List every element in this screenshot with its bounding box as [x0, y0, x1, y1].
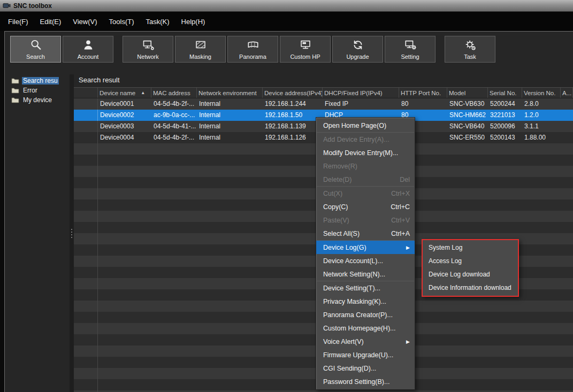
context-menu-item-privacy-masking-k[interactable]: Privacy Masking(K)...	[316, 295, 415, 308]
toolbar-button-custom-hp[interactable]: Custom HP	[280, 36, 331, 63]
cell	[74, 301, 98, 312]
cell: ac-9b-0a-cc-...	[151, 110, 197, 121]
column-header-http-port-no[interactable]: HTTP Port No.	[399, 88, 447, 98]
cell: 192.168.1.139	[263, 121, 323, 132]
cell: Fixed IP	[323, 98, 399, 110]
submenu-item-device-log-download[interactable]: Device Log download	[423, 268, 518, 281]
search-icon	[29, 39, 42, 51]
window-title: SNC toolbox	[13, 2, 52, 10]
menubar-item-file-f[interactable]: File(F)	[2, 16, 34, 27]
cell	[74, 233, 98, 244]
context-menu-item-label: Add Device Entry(A)...	[323, 136, 389, 143]
column-header-model[interactable]: Model	[447, 88, 488, 98]
context-menu-item-label: Device Setting(T)...	[323, 285, 380, 292]
cell: Device0004	[98, 132, 151, 143]
context-menu-item-device-setting-t[interactable]: Device Setting(T)...	[316, 281, 415, 295]
column-header-mac-address[interactable]: MAC address	[151, 88, 197, 98]
context-menu-item-cgi-sending-d[interactable]: CGI Sending(D)...	[316, 362, 415, 375]
custom-hp-icon	[299, 39, 312, 51]
context-menu-item-label: Delete(D)	[323, 176, 352, 183]
context-menu-item-password-setting-b[interactable]: Password Setting(B)...	[316, 375, 415, 388]
cell: Device0003	[98, 121, 151, 132]
column-header-row-selector[interactable]	[74, 88, 98, 98]
toolbar-button-task[interactable]: Task	[445, 36, 495, 63]
context-menu-shortcut: Ctrl+X	[391, 190, 410, 197]
context-menu-item-network-setting-n[interactable]: Network Setting(N)...	[316, 267, 415, 281]
menubar-item-tools-t[interactable]: Tools(T)	[103, 16, 140, 27]
sidebar-splitter[interactable]	[70, 74, 74, 392]
cell	[74, 121, 98, 132]
menu-bar: File(F)Edit(E)View(V)Tools(T)Task(K)Help…	[0, 12, 573, 31]
cell: 1.2.0	[522, 110, 561, 121]
toolbar-button-label: Network	[137, 54, 158, 60]
column-header-device-name[interactable]: Device name▲	[98, 88, 151, 98]
context-menu-item-panorama-creator-p[interactable]: Panorama Creator(P)...	[316, 308, 415, 321]
context-menu-shortcut: Ctrl+V	[391, 217, 410, 224]
app-icon[interactable]	[3, 2, 11, 10]
toolbar-button-masking[interactable]: Masking	[175, 36, 226, 63]
sidebar-item-error[interactable]: Error	[5, 86, 70, 95]
context-menu-item-firmware-upgrade-u[interactable]: Firmware Upgrade(U)...	[316, 348, 415, 362]
cell	[74, 345, 98, 357]
toolbar-button-upgrade[interactable]: Upgrade	[332, 36, 383, 63]
table-row[interactable]: Device000104-5d-4b-2f-...Internal192.168…	[74, 98, 573, 110]
context-menu-item-voice-alert-v[interactable]: Voice Alert(V)▶	[316, 335, 415, 348]
context-menu-item-custom-homepage-h[interactable]: Custom Homepage(H)...	[316, 321, 415, 335]
sidebar-tree: Search resuErrorMy device	[5, 74, 70, 392]
column-header-label: HTTP Port No.	[401, 90, 441, 96]
column-header-label: Device address(IPv4)	[264, 90, 323, 96]
cell: SNC-VB630	[447, 98, 488, 110]
cell	[74, 278, 98, 289]
context-menu-item-label: Remove(R)	[323, 163, 357, 170]
menubar-item-task-k[interactable]: Task(K)	[140, 16, 175, 27]
toolbar-button-label: Panorama	[239, 54, 266, 60]
column-header-a[interactable]: A...	[561, 88, 573, 98]
cell: 3221013	[488, 110, 522, 121]
context-menu-item-device-account-l[interactable]: Device Account(L)...	[316, 254, 415, 267]
context-menu-item-open-home-page-o[interactable]: Open Home Page(O)	[316, 119, 415, 132]
toolbar-button-account[interactable]: Account	[63, 36, 113, 63]
toolbar-button-network[interactable]: Network	[123, 36, 173, 63]
menubar-item-help-h[interactable]: Help(H)	[175, 16, 211, 27]
submenu-item-access-log[interactable]: Access Log	[423, 255, 518, 268]
context-menu-item-select-all-s[interactable]: Select All(S)Ctrl+A	[316, 227, 415, 240]
cell	[74, 177, 98, 188]
submenu-arrow-icon: ▶	[406, 245, 410, 250]
context-menu-item-modify-device-entry-m[interactable]: Modify Device Entry(M)...	[316, 146, 415, 159]
cell	[74, 155, 98, 166]
sidebar-item-my-device[interactable]: My device	[5, 95, 70, 105]
cell	[561, 110, 573, 121]
column-header-label: Serial No.	[490, 90, 517, 96]
toolbar-button-panorama[interactable]: Panorama	[227, 36, 278, 63]
column-header-device-address-ipv4[interactable]: Device address(IPv4)	[263, 88, 323, 98]
column-header-dhcp-fixed-ip-ipv4[interactable]: DHCP/Fixed IP(IPv4)	[323, 88, 399, 98]
submenu-item-device-information-download[interactable]: Device Information download	[423, 281, 518, 295]
toolbar-button-label: Custom HP	[290, 54, 320, 60]
task-icon	[464, 39, 477, 51]
toolbar-button-setting[interactable]: Setting	[385, 36, 436, 63]
cell: Device0001	[98, 98, 151, 110]
context-menu-shortcut: Del	[400, 176, 410, 183]
column-header-label: Model	[449, 90, 465, 96]
submenu-item-system-log[interactable]: System Log	[423, 241, 518, 255]
toolbar-button-search[interactable]: Search	[10, 36, 61, 63]
context-menu-item-label: Password Setting(B)...	[323, 378, 389, 386]
column-header-serial-no[interactable]: Serial No.	[488, 88, 522, 98]
sidebar-item-label: My device	[22, 96, 53, 104]
folder-icon	[11, 78, 19, 84]
context-menu-item-copy-c[interactable]: Copy(C)Ctrl+C	[316, 200, 415, 213]
cell	[74, 143, 98, 155]
cell: SNC-HM662	[447, 110, 488, 121]
sidebar-item-search-resu[interactable]: Search resu	[5, 76, 70, 86]
cell	[74, 379, 98, 390]
column-header-network-environment[interactable]: Network environment	[197, 88, 263, 98]
cell	[561, 132, 573, 143]
cell: 2.8.0	[522, 98, 561, 110]
menubar-item-view-v[interactable]: View(V)	[67, 16, 103, 27]
menubar-item-edit-e[interactable]: Edit(E)	[34, 16, 67, 27]
app-window: SNC toolbox File(F)Edit(E)View(V)Tools(T…	[0, 0, 573, 392]
context-menu-item-device-log-g[interactable]: Device Log(G)▶	[316, 241, 415, 254]
column-header-version-no[interactable]: Version No.	[522, 88, 561, 98]
cell: Internal	[197, 110, 263, 121]
cell	[74, 166, 98, 177]
